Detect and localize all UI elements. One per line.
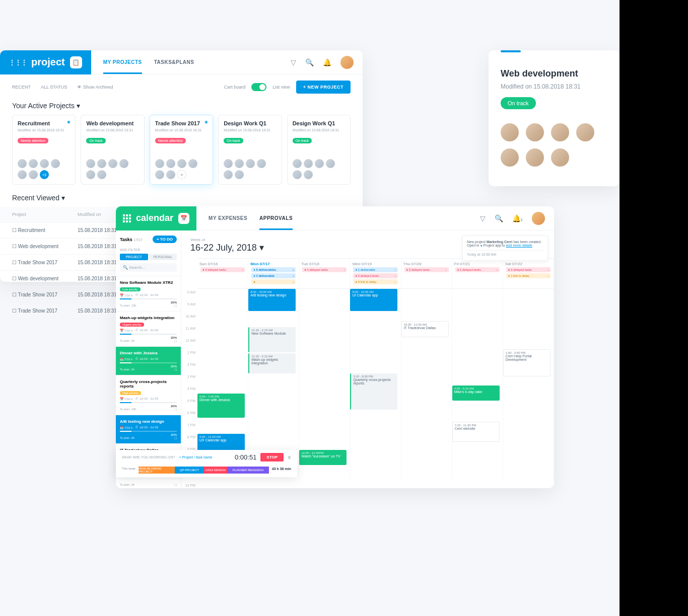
filter-project[interactable]: PROJECT: [120, 254, 148, 260]
recent-filter[interactable]: RECENT: [12, 85, 31, 90]
avatar[interactable]: [293, 170, 302, 179]
stop-button[interactable]: STOP: [260, 453, 284, 461]
day-header[interactable]: Mon 07/17● 5 deliverables›● 1 deliverabl…: [248, 259, 299, 288]
search-icon[interactable]: 🔍: [305, 58, 314, 66]
day-header[interactable]: Thu 07/20● 3 delayed tasks›: [401, 259, 452, 288]
avatar[interactable]: [51, 159, 60, 168]
tab-my-projects[interactable]: MY PROJECTS: [103, 50, 142, 74]
avatar[interactable]: [257, 159, 266, 168]
avatar[interactable]: [224, 159, 233, 168]
filter-icon[interactable]: ▽: [291, 58, 296, 66]
search-input[interactable]: 🔍 Search...: [120, 263, 177, 272]
filter-personal[interactable]: PERSONAL: [149, 254, 177, 260]
timer-project-input[interactable]: + Project / task name: [179, 455, 212, 459]
avatar[interactable]: [166, 170, 175, 179]
project-brand[interactable]: ⋮⋮⋮ project 📋: [0, 50, 91, 74]
calendar-event[interactable]: 11:15 - 2:13 AMMash-up widgets integrati…: [248, 353, 296, 373]
avatar[interactable]: [40, 159, 49, 168]
calendar-event[interactable]: 1:00 - 3:00 PMCerri Help Portal Developm…: [503, 349, 551, 376]
tab-approvals[interactable]: APPROVALS: [259, 206, 293, 230]
task-item[interactable]: Dinner with Jessica📅 7/16 h⏱ Jul 02 - Ju…: [116, 346, 181, 375]
avatar[interactable]: [108, 159, 117, 168]
calendar-event[interactable]: 4:00 - 5:10 AMMike's b-day cake: [452, 386, 500, 401]
avatar[interactable]: [119, 159, 128, 168]
allday-pill[interactable]: ● 3 delayed tasks›: [404, 267, 449, 272]
day-header[interactable]: Wed 07/19● 1 deliverable›● 2 delayed tas…: [350, 259, 401, 288]
avatar[interactable]: [326, 159, 335, 168]
avatar[interactable]: [188, 159, 197, 168]
calendar-event[interactable]: 3:10 - 8:30 PMQuarterly cross-projects r…: [350, 373, 397, 410]
avatar[interactable]: [177, 159, 186, 168]
calendar-brand[interactable]: calendar 📅: [116, 206, 196, 230]
avatar[interactable]: [551, 148, 569, 167]
allday-pill[interactable]: ● 1 delayed tasks›: [302, 267, 347, 272]
avatar[interactable]: [304, 170, 313, 179]
new-project-button[interactable]: + NEW PROJECT: [296, 81, 351, 94]
allday-pill[interactable]: ● 1 deliverable›: [353, 267, 397, 272]
avatar-add[interactable]: +: [177, 170, 186, 179]
day-header[interactable]: Fri 07/21● 1 delayed tasks›: [452, 259, 503, 288]
avatar[interactable]: [526, 123, 544, 141]
project-card[interactable]: Design Work Q1Modified on 15.08.2018 18:…: [218, 115, 282, 185]
avatar[interactable]: [304, 159, 313, 168]
task-item[interactable]: New Software Module XTR2Low priority📅 7/…: [116, 276, 181, 311]
day-header[interactable]: Tue 07/18● 1 delayed tasks›: [299, 259, 350, 288]
day-header[interactable]: Sat 07/22● 2 delayed tasks›● 1 link to d…: [503, 259, 554, 288]
avatar[interactable]: [532, 212, 545, 225]
timer-segment[interactable]: UX/UI DESIGN: [203, 467, 227, 474]
avatar[interactable]: [246, 159, 255, 168]
day-header[interactable]: Sun 07/16● 4 delayed tasks›: [197, 259, 248, 288]
avatar[interactable]: [155, 170, 164, 179]
allday-pill[interactable]: ● 4 delayed tasks›: [200, 267, 245, 272]
timer-segment[interactable]: QP PROJECT: [175, 467, 203, 474]
calendar-event[interactable]: 8:00 - 10:00 AMUI Calendar app: [350, 289, 397, 311]
task-item[interactable]: Quarterly cross-projects reportsHigh pri…: [116, 375, 181, 415]
project-card[interactable]: Design Work Q1Modified on 15.08.2018 18:…: [287, 115, 351, 185]
allday-pill[interactable]: ● 2 delayed tasks›: [353, 273, 397, 278]
calendar-event[interactable]: 5:00 - 7:00 PMDinner with Jessica: [197, 394, 245, 418]
avatar[interactable]: [86, 170, 95, 179]
avatar[interactable]: [86, 159, 95, 168]
allday-pill[interactable]: ● 1 deliverable›: [251, 273, 296, 278]
tab-tasks-plans[interactable]: TASKS&PLANS: [154, 50, 194, 74]
avatar[interactable]: [315, 159, 324, 168]
calendar-event[interactable]: 8:00 - 10:00 AMA/B testing new design: [248, 289, 296, 311]
task-item[interactable]: A/B testing new design📅 7/16 h⏱ Jul 02 -…: [116, 415, 181, 443]
allday-pill[interactable]: ● ›: [251, 279, 296, 284]
star-icon[interactable]: ★: [204, 119, 209, 125]
bell-icon[interactable]: 🔔1: [512, 214, 523, 222]
calendar-event[interactable]: 7:10 - 11:30 PMCerri website: [452, 422, 500, 442]
view-toggle[interactable]: [251, 83, 266, 91]
avatar[interactable]: [97, 159, 106, 168]
avatar[interactable]: [97, 170, 106, 179]
bell-icon[interactable]: 🔔: [323, 58, 331, 66]
allday-pill[interactable]: ● 1 link to delay›: [506, 273, 551, 278]
project-card[interactable]: ★Trade Show 2017Modified on 15.08.2018 1…: [150, 115, 213, 185]
task-item[interactable]: To plan: 2h ☐: [116, 479, 181, 488]
search-icon[interactable]: 🔍: [495, 214, 503, 222]
avatar[interactable]: [224, 170, 233, 179]
avatar[interactable]: [29, 170, 38, 179]
avatar[interactable]: [551, 123, 569, 141]
todo-button[interactable]: + TO DO: [153, 236, 177, 243]
allday-pill[interactable]: ● 1 delayed tasks›: [455, 267, 500, 272]
avatar[interactable]: [166, 159, 175, 168]
task-item[interactable]: Mash-up widgets integrationUrgent priori…: [116, 311, 181, 346]
calendar-event[interactable]: 11:15 - 2:13 AMNew Software Module: [248, 327, 296, 352]
project-card[interactable]: Web developmentModified on 15.08.2018 18…: [81, 115, 144, 185]
avatar-more[interactable]: +3: [40, 170, 49, 179]
calendar-event[interactable]: 12:00 - 12:30PMWatch "euronews" on TV: [299, 450, 347, 465]
avatar[interactable]: [29, 159, 38, 168]
avatar[interactable]: [293, 159, 302, 168]
show-archived[interactable]: 👁 Show Archived: [77, 85, 113, 90]
status-filter[interactable]: ALL STATUS: [41, 85, 67, 90]
timer-segment[interactable]: PLANNER REDESIGN: [227, 467, 269, 474]
avatar[interactable]: [235, 170, 244, 179]
add-details-link[interactable]: add more details: [506, 244, 532, 247]
avatar[interactable]: [155, 159, 164, 168]
avatar[interactable]: [501, 148, 519, 167]
allday-pill[interactable]: ● 5 deliverables›: [251, 267, 296, 272]
timer-segment[interactable]: MIND-BLOWING PROJECT: [139, 467, 175, 474]
filter-icon[interactable]: ▽: [480, 214, 486, 222]
trash-icon[interactable]: 🗑: [288, 455, 291, 459]
